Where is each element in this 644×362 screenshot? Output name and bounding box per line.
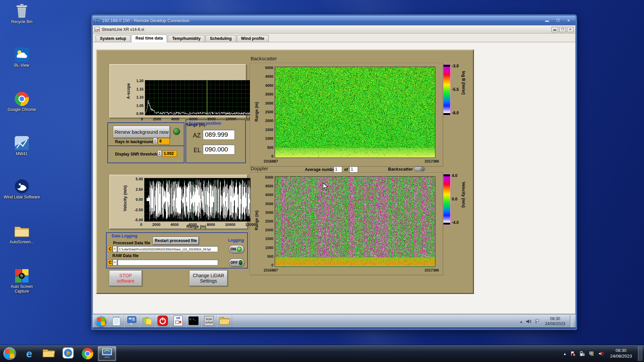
stop-line1: STOP — [109, 273, 142, 278]
desktop-icon-label: Google Chrome — [3, 108, 40, 112]
remote-volume-icon[interactable] — [526, 318, 532, 324]
taskbar-button-windows-explorer[interactable] — [40, 346, 58, 361]
rdp-close-button[interactable]: ✕ — [564, 17, 574, 23]
app-close-button[interactable]: ✕ — [567, 27, 574, 32]
taskbar-button-media-player[interactable] — [59, 346, 77, 361]
taskbar-clock-time: 08:30 — [610, 348, 632, 354]
volume-muted-icon[interactable] — [598, 351, 604, 357]
taskbar-button-google-chrome[interactable] — [78, 346, 97, 361]
snr-spinner[interactable]: ▲▼ — [157, 150, 162, 157]
tick-label: 5000 — [265, 176, 273, 179]
tick-label: 3500 — [265, 93, 273, 96]
processed-path-field[interactable]: C:\Lidar\Data\Proc\2023\202308\20230824\… — [117, 246, 218, 252]
desktop-icon-mw41[interactable]: MW41 — [3, 135, 40, 157]
taskbar-button-internet-explorer[interactable]: e — [20, 346, 38, 361]
el-value-field[interactable]: 090.000 — [203, 144, 235, 155]
desktop-icon-bl-view[interactable]: BL-View — [3, 47, 40, 68]
average-total-field[interactable]: 1 — [349, 166, 358, 173]
app-minimize-button[interactable]: ▬ — [551, 27, 558, 32]
doppler-yticks: 5000450040003500300025002000150010005000 — [262, 176, 273, 267]
remote-taskbar-button-sticky-notes[interactable] — [140, 315, 155, 328]
autoscreen-icon — [14, 224, 30, 239]
remote-taskbar-button-shutdown[interactable] — [155, 315, 170, 328]
network-status-icon[interactable] — [589, 351, 595, 357]
internet-explorer-icon: e — [26, 348, 32, 360]
tick-label: 2500 — [265, 110, 273, 114]
rdp-minimize-button[interactable]: ▬ — [542, 17, 552, 23]
rays-in-background-label: Rays in background — [115, 139, 154, 144]
app-restore-button[interactable]: ❐ — [559, 27, 566, 32]
stop-software-button[interactable]: STOP software — [109, 270, 142, 286]
renew-background-button[interactable]: Renew background now — [113, 126, 170, 138]
processed-drive-button[interactable]: C — [108, 246, 112, 252]
tick-label: 12000 — [245, 223, 256, 227]
remote-taskbar-button-labview-xr[interactable]: XR — [170, 315, 186, 328]
remote-clock[interactable]: 08:30 24/08/2023 — [543, 316, 567, 326]
remote-taskbar-button-file-explorer[interactable] — [217, 315, 232, 328]
taskbar-button-remote-desktop[interactable] — [98, 346, 116, 361]
remote-taskbar-button-start-button[interactable] — [93, 315, 109, 328]
doppler-colorbar-label: Velocity (m/s) — [461, 182, 466, 207]
app-titlebar[interactable]: StreamLine XR v14-6.vi ▬ ❐ ✕ — [93, 25, 575, 34]
average-number-field[interactable]: 1 — [333, 166, 342, 173]
show-desktop-button[interactable] — [638, 346, 643, 361]
hidden-icons-arrow[interactable]: ▲ — [563, 352, 567, 356]
remote-taskbar-button-notepad[interactable] — [109, 315, 124, 328]
rdp-maximize-button[interactable]: ❐ — [553, 17, 563, 23]
tab-scheduling[interactable]: Scheduling — [206, 35, 236, 42]
desktop-icon-wind-lidar-software[interactable]: Wind Lidar Software — [3, 179, 40, 200]
doppler-graph: Range (m) 500045004000350030002500200015… — [250, 173, 443, 275]
remote-desktop-icon — [101, 348, 113, 360]
desktop-icon-google-chrome[interactable]: Google Chrome — [3, 91, 40, 112]
change-lidar-settings-button[interactable]: Change LiDAR Settings — [189, 270, 228, 286]
desktop-icon-autoscreen[interactable]: AutoScreen... — [3, 224, 40, 245]
tab-real-time-data[interactable]: Real time data — [131, 35, 167, 42]
data-logging-box: Data Logging Processed Data file Restart… — [106, 232, 248, 268]
media-player-icon — [62, 347, 74, 360]
tick-label: -4.0 — [452, 221, 459, 224]
tab-wind-profile[interactable]: Wind profile — [237, 35, 269, 42]
rays-value-field[interactable]: 8 — [158, 138, 170, 144]
taskbar-clock[interactable]: 08:30 24/08/2023 — [607, 348, 635, 359]
tick-label: -8.0 — [452, 111, 459, 115]
tick-label: 3500 — [265, 202, 273, 205]
tick-label: 4000 — [265, 84, 273, 87]
az-value-field[interactable]: 089.999 — [203, 130, 235, 140]
action-center-flag-icon[interactable] — [570, 351, 576, 357]
desktop-icon-auto-screen-capture[interactable]: Auto Screen Capture — [3, 268, 40, 294]
processed-logging-toggle[interactable]: ON — [229, 245, 244, 253]
remote-taskbar-button-command-prompt[interactable]: C:\_ — [186, 315, 201, 328]
remote-hidden-icons-arrow[interactable]: ▲ — [520, 320, 523, 323]
processed-browse-icon[interactable]: ⎘ — [113, 246, 117, 252]
logging-label: Logging — [228, 238, 244, 243]
backscatter-ylabel: Range (m) — [254, 102, 259, 122]
tick-label: 4.0 — [452, 174, 459, 177]
raw-logging-toggle[interactable]: OFF — [229, 258, 244, 266]
desktop-icon-label: AutoScreen... — [3, 240, 40, 245]
ascope-plot-area — [145, 80, 251, 115]
velocity-xlabel: Range (m) — [186, 224, 206, 229]
labview-app-icon — [95, 27, 100, 32]
raw-browse-icon[interactable]: ⎘ — [113, 259, 117, 265]
snr-value-field[interactable]: 1.002 — [162, 150, 177, 157]
ascope-graph: A-scope 1.201.151.101.050.99 02000400060… — [109, 64, 247, 118]
raw-path-field[interactable] — [117, 259, 218, 265]
remote-taskbar-button-scan-scheduler[interactable]: Scansched — [201, 315, 217, 328]
backscatter-toggle[interactable] — [414, 167, 425, 171]
rays-spinner[interactable]: ▲▼ — [153, 138, 157, 144]
rdp-titlebar[interactable]: 192.168.0.150 - Remote Desktop Connectio… — [93, 16, 576, 25]
remote-show-desktop-button[interactable] — [570, 315, 574, 327]
tab-system-setup[interactable]: System setup — [96, 35, 130, 42]
battery-icon[interactable] — [579, 351, 585, 357]
start-button-icon — [3, 347, 16, 360]
desktop-icon-recycle-bin[interactable]: Recycle Bin — [3, 3, 40, 24]
tick-label: 1000 — [265, 137, 273, 140]
restart-processed-file-button[interactable]: Restart processed file — [153, 237, 199, 245]
bl-view-icon — [14, 47, 30, 62]
remote-taskbar-button-display-settings[interactable] — [124, 315, 140, 328]
desktop-icon-label: Auto Screen Capture — [3, 285, 40, 294]
tab-temp-humidity[interactable]: Temp/humidity — [168, 35, 205, 42]
taskbar-button-start-button[interactable] — [1, 346, 19, 361]
remote-action-center-flag-icon[interactable] — [534, 318, 540, 324]
raw-drive-button[interactable]: C — [108, 259, 112, 265]
